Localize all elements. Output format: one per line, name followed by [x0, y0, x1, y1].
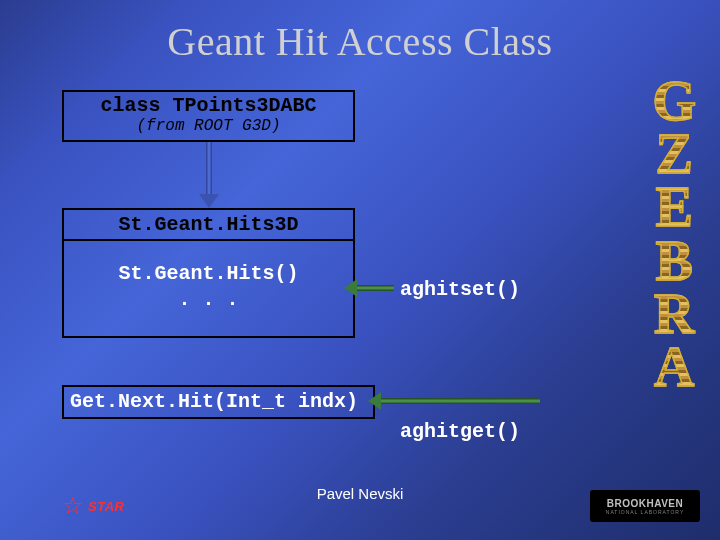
geant-hits-methods: St.Geant.Hits() . . . — [64, 241, 353, 313]
geant-hits-classname: St.Geant.Hits3D — [64, 210, 353, 241]
slide-title: Geant Hit Access Class — [167, 18, 552, 65]
gzebra-letter: G — [652, 75, 696, 128]
method-line: St.Geant.Hits() — [64, 261, 353, 287]
star-icon: ☆ — [62, 492, 84, 520]
aghitget-label: aghitget() — [400, 420, 520, 443]
class-declaration: class TPoints3DABC — [64, 94, 353, 117]
getnexthit-box: Get.Next.Hit(Int_t indx) — [62, 385, 375, 419]
gzebra-vertical-label: G Z E B R A — [652, 75, 696, 394]
gzebra-letter: A — [654, 341, 694, 394]
gzebra-letter: E — [656, 181, 693, 234]
class-declaration-box: class TPoints3DABC (from ROOT G3D) — [62, 90, 355, 142]
lab-subtitle: NATIONAL LABORATORY — [606, 509, 684, 515]
star-logo: ☆ STAR — [62, 492, 124, 520]
geant-hits-box: St.Geant.Hits3D St.Geant.Hits() . . . — [62, 208, 355, 338]
method-ellipsis: . . . — [64, 287, 353, 313]
arrow-aghitget-icon — [380, 398, 540, 404]
gzebra-letter: Z — [656, 128, 693, 181]
class-origin: (from ROOT G3D) — [64, 117, 353, 135]
author-name: Pavel Nevski — [317, 485, 404, 502]
gzebra-letter: R — [654, 288, 694, 341]
brookhaven-logo: BROOKHAVEN NATIONAL LABORATORY — [590, 490, 700, 522]
arrow-aghitset-icon — [356, 285, 394, 291]
inheritance-arrow-icon — [206, 142, 212, 196]
star-text: STAR — [88, 499, 124, 514]
aghitset-label: aghitset() — [400, 278, 520, 301]
lab-name: BROOKHAVEN — [607, 498, 683, 509]
gzebra-letter: B — [656, 235, 693, 288]
